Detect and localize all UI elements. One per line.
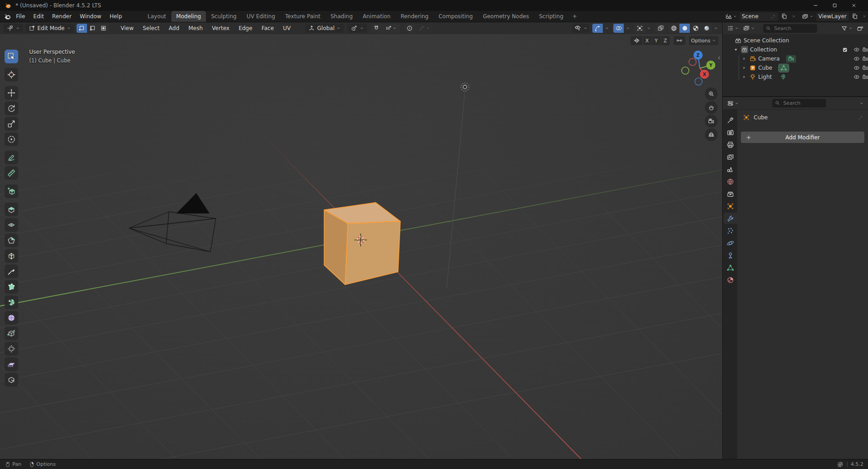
navigation-gizmo[interactable]: Z Y X: [679, 47, 720, 89]
new-collection-button[interactable]: [856, 24, 865, 33]
viewport-3d[interactable]: User Perspective (1) Cube | Cube XYZ Opt…: [0, 34, 723, 459]
shading-dropdown[interactable]: [712, 24, 719, 33]
collection-checkbox[interactable]: [842, 47, 848, 53]
shading-material-button[interactable]: [690, 24, 701, 33]
outliner-row-scene-collection[interactable]: Scene Collection: [723, 36, 868, 45]
properties-tab-world[interactable]: [724, 176, 737, 187]
workspace-tab-uv-editing[interactable]: UV Editing: [241, 11, 280, 22]
editor-type-button[interactable]: [4, 24, 23, 33]
workspace-tab-modeling[interactable]: Modeling: [171, 11, 206, 22]
menu-render[interactable]: Render: [48, 11, 76, 22]
scene-browse-button[interactable]: [724, 12, 738, 21]
tool-inset-faces[interactable]: [5, 218, 18, 232]
workspace-tab-compositing[interactable]: Compositing: [433, 11, 478, 22]
properties-tab-physics[interactable]: [724, 237, 737, 249]
workspace-tab-sculpting[interactable]: Sculpting: [206, 11, 241, 22]
properties-editor-type-button[interactable]: [726, 99, 740, 107]
tool-shear[interactable]: [5, 357, 18, 371]
hide-in-viewport-toggle[interactable]: [853, 46, 860, 53]
shading-wireframe-button[interactable]: [668, 24, 679, 33]
tool-poly-build[interactable]: [5, 280, 18, 294]
zoom-button[interactable]: [705, 87, 718, 100]
maximize-button[interactable]: [825, 0, 844, 11]
viewlayer-new-button[interactable]: [850, 12, 859, 21]
viewport-menu-view[interactable]: View: [116, 25, 138, 31]
mirror-z-toggle[interactable]: Z: [661, 36, 670, 45]
compositor-toggle-button[interactable]: [655, 24, 666, 33]
tool-cursor[interactable]: [5, 68, 18, 82]
viewport-menu-uv[interactable]: UV: [278, 25, 295, 31]
tool-measure[interactable]: [5, 166, 18, 180]
camera-view-button[interactable]: [705, 115, 718, 127]
workspace-tab-shading[interactable]: Shading: [325, 11, 358, 22]
gizmo-z-neg-axis[interactable]: [695, 78, 702, 85]
hide-in-viewport-toggle[interactable]: [853, 73, 860, 81]
menu-window[interactable]: Window: [76, 11, 105, 22]
workspace-tab-geometry-nodes[interactable]: Geometry Nodes: [478, 11, 534, 22]
viewport-menu-vertex[interactable]: Vertex: [207, 25, 234, 31]
properties-tab-particles[interactable]: [724, 225, 737, 236]
disclosure-closed[interactable]: [741, 65, 747, 71]
disable-in-renders-toggle[interactable]: [862, 46, 868, 53]
options-dropdown[interactable]: Options: [689, 36, 719, 45]
tool-extrude-region[interactable]: [5, 203, 18, 216]
outliner-row-cube[interactable]: Cube: [723, 63, 868, 72]
auto-merge-toggle[interactable]: [673, 36, 685, 45]
viewport-menu-select[interactable]: Select: [138, 25, 164, 31]
properties-tab-view-layer[interactable]: [724, 151, 737, 163]
viewport-menu-edge[interactable]: Edge: [234, 25, 257, 31]
blender-menu-icon[interactable]: [4, 12, 12, 20]
properties-tab-output[interactable]: [724, 139, 737, 150]
toggle-xray-button[interactable]: [634, 24, 645, 33]
properties-tab-tool[interactable]: [724, 114, 737, 126]
gizmos-dropdown[interactable]: [603, 24, 611, 33]
tool-move[interactable]: [5, 86, 18, 100]
mirror-icon-button[interactable]: [631, 36, 642, 45]
add-modifier-button[interactable]: Add Modifier: [741, 132, 864, 143]
properties-tab-constraints[interactable]: [724, 250, 737, 261]
hide-in-viewport-toggle[interactable]: [853, 55, 860, 62]
outliner-row-light[interactable]: Light: [723, 72, 868, 82]
workspace-tab-texture-paint[interactable]: Texture Paint: [280, 11, 325, 22]
outliner-filter-dropdown[interactable]: [840, 24, 854, 33]
show-gizmos-toggle[interactable]: [592, 24, 603, 33]
outliner-filter-id-dropdown[interactable]: [742, 24, 756, 33]
disclosure-closed[interactable]: [741, 74, 747, 80]
properties-options-chevron[interactable]: [858, 99, 865, 107]
disclosure-open[interactable]: [733, 47, 739, 52]
properties-tab-object-data[interactable]: [724, 262, 737, 273]
scene-unlink-button[interactable]: [790, 12, 797, 21]
snap-settings-dropdown[interactable]: [382, 24, 400, 33]
tool-annotate[interactable]: [5, 151, 18, 164]
properties-tab-collection[interactable]: [724, 188, 737, 199]
menu-edit[interactable]: Edit: [29, 11, 48, 22]
pivot-point-selector[interactable]: [348, 24, 367, 33]
properties-tab-object[interactable]: [724, 200, 737, 212]
menu-file[interactable]: File: [12, 11, 29, 22]
disable-in-renders-toggle[interactable]: [862, 55, 868, 62]
cube-object[interactable]: [324, 203, 401, 285]
properties-tab-modifiers[interactable]: [724, 213, 737, 224]
snap-toggle[interactable]: [371, 24, 381, 33]
face-select-button[interactable]: [98, 24, 109, 33]
transform-orientation-selector[interactable]: Global: [305, 24, 344, 33]
disable-in-renders-toggle[interactable]: [862, 73, 868, 81]
proportional-falloff-dropdown[interactable]: [415, 24, 433, 33]
pin-icon[interactable]: [770, 14, 776, 20]
tool-smooth[interactable]: [5, 311, 18, 325]
disclosure-closed[interactable]: [741, 56, 747, 61]
overlays-dropdown[interactable]: [624, 24, 632, 33]
edge-select-button[interactable]: [87, 24, 98, 33]
gizmo-y-neg-axis[interactable]: [682, 67, 689, 74]
outliner-row-camera[interactable]: Camera: [723, 54, 868, 63]
show-overlays-toggle[interactable]: [613, 24, 624, 33]
viewport-menu-add[interactable]: Add: [164, 25, 184, 31]
disable-in-renders-toggle[interactable]: [862, 64, 868, 71]
pan-button[interactable]: [705, 101, 718, 114]
tool-add-cube[interactable]: [5, 184, 18, 198]
perspective-toggle-button[interactable]: [705, 128, 718, 141]
viewport-menu-face[interactable]: Face: [257, 25, 278, 31]
viewport-menu-mesh[interactable]: Mesh: [184, 25, 208, 31]
workspace-tab-scripting[interactable]: Scripting: [534, 11, 568, 22]
mode-selector[interactable]: Edit Mode: [26, 24, 74, 33]
